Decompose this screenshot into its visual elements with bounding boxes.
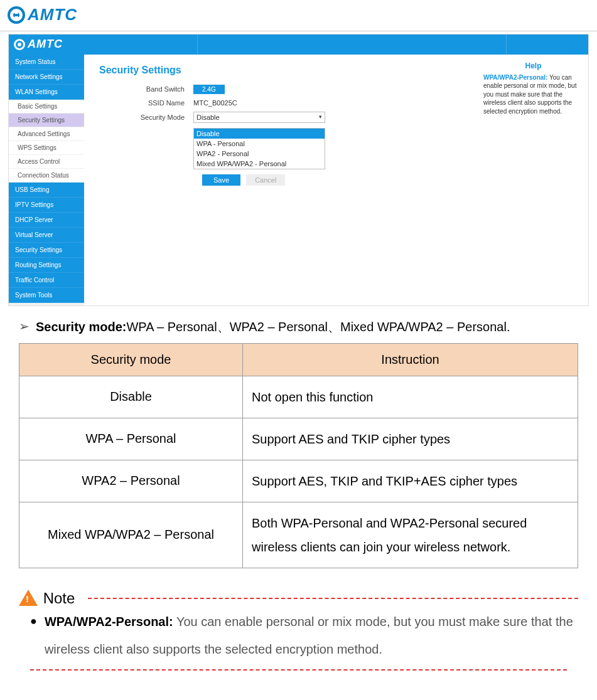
sidebar-subitem[interactable]: Advanced Settings [9, 127, 84, 141]
note-heading: Note [19, 588, 578, 600]
security-mode-select[interactable]: Disable [193, 112, 325, 123]
sidebar-item[interactable]: Routing Settings [9, 258, 84, 273]
router-header: AMTC [9, 34, 588, 55]
sidebar-subitem[interactable]: Connection Status [9, 169, 84, 183]
table-header: Instruction [243, 343, 578, 376]
sidebar-item[interactable]: Virtual Server [9, 228, 84, 243]
table-cell: Both WPA-Personal and WPA2-Personal secu… [243, 502, 578, 568]
router-ui: AMTC System Status Network Settings WLAN… [8, 34, 589, 306]
router-header-spacer [197, 34, 507, 55]
dropdown-option[interactable]: WPA2 - Personal [194, 149, 325, 159]
dashed-line [88, 598, 578, 599]
amtc-logo-icon [14, 39, 25, 50]
router-header-right [507, 34, 588, 55]
table-row: WPA – Personal Support AES and TKIP ciph… [19, 418, 578, 460]
band-label: Band Switch [99, 85, 193, 93]
sidebar-item[interactable]: Network Settings [9, 70, 84, 85]
security-mode-label: Security Mode [99, 114, 193, 121]
note-label: Note [43, 589, 75, 606]
table-cell: Mixed WPA/WPA2 – Personal [19, 502, 243, 568]
ssid-value: MTC_B0025C [193, 99, 237, 107]
sidebar-subitem[interactable]: WPS Settings [9, 141, 84, 155]
sidebar: System Status Network Settings WLAN Sett… [9, 55, 84, 305]
amtc-logo-text: AMTC [28, 5, 77, 24]
ssid-label: SSID Name [99, 99, 193, 107]
table-cell: Disable [19, 376, 243, 418]
table-row: Mixed WPA/WPA2 – Personal Both WPA-Perso… [19, 502, 578, 568]
sidebar-item[interactable]: Traffic Control [9, 273, 84, 288]
sidebar-item[interactable]: WLAN Settings [9, 85, 84, 100]
note-item: ● WPA/WPA2-Personal: You can enable pers… [30, 608, 578, 663]
bullet-icon: ● [30, 608, 37, 663]
table-row: WPA2 – Personal Support AES, TKIP and TK… [19, 460, 578, 502]
help-panel: Help WPA/WPA2-Personal: You can enable p… [478, 55, 588, 305]
security-mode-selected: Disable [196, 114, 220, 121]
sidebar-item[interactable]: System Tools [9, 288, 84, 303]
sidebar-subitem[interactable]: Basic Settings [9, 100, 84, 114]
table-cell: Support AES and TKIP cipher types [243, 418, 578, 460]
dropdown-option[interactable]: Disable [194, 129, 325, 139]
table-cell: Not open this function [243, 376, 578, 418]
help-body: WPA/WPA2-Personal: You can enable person… [483, 73, 583, 116]
note-strong: WPA/WPA2-Personal: [45, 615, 173, 628]
table-cell: WPA – Personal [19, 418, 243, 460]
sidebar-subitem[interactable]: Access Control [9, 155, 84, 169]
sidebar-item[interactable]: USB Setting [9, 183, 84, 198]
help-title: Help [483, 61, 583, 71]
save-button[interactable]: Save [202, 174, 240, 186]
table-header: Security mode [19, 343, 243, 376]
sidebar-item[interactable]: Security Settings [9, 243, 84, 258]
amtc-logo: AMTC [8, 5, 77, 24]
heading-rest: WPA – Personal、WPA2 – Personal、Mixed WPA… [126, 320, 510, 334]
band-switch-button[interactable]: 2.4G [193, 85, 225, 94]
security-mode-dropdown[interactable]: Disable WPA - Personal WPA2 - Personal M… [193, 128, 325, 169]
security-mode-table: Security mode Instruction Disable Not op… [19, 343, 578, 568]
arrow-icon: ➢ [19, 319, 30, 334]
dashed-line [30, 669, 567, 671]
sidebar-item[interactable]: DHCP Server [9, 213, 84, 228]
router-header-logo: AMTC [9, 34, 197, 55]
security-mode-heading: ➢ Security mode:WPA – Personal、WPA2 – Pe… [19, 319, 578, 336]
help-strong: WPA/WPA2-Personal: [483, 74, 547, 81]
dropdown-option[interactable]: Mixed WPA/WPA2 - Personal [194, 159, 325, 169]
document-body: ➢ Security mode:WPA – Personal、WPA2 – Pe… [0, 319, 597, 671]
table-row: Disable Not open this function [19, 376, 578, 418]
page-title: Security Settings [99, 65, 463, 76]
dropdown-option[interactable]: WPA - Personal [194, 139, 325, 149]
amtc-logo-text: AMTC [28, 38, 63, 51]
sidebar-item[interactable]: System Status [9, 55, 84, 70]
sidebar-subitem-active[interactable]: Security Settings [9, 114, 84, 127]
cancel-button[interactable]: Cancel [246, 174, 285, 186]
heading-label: Security mode: [36, 320, 126, 334]
router-main: Security Settings Band Switch 2.4G SSID … [84, 55, 478, 305]
table-cell: WPA2 – Personal [19, 460, 243, 502]
warning-icon [19, 590, 38, 606]
amtc-logo-icon [8, 6, 25, 24]
page-header: AMTC [0, 0, 597, 31]
sidebar-item[interactable]: IPTV Settings [9, 198, 84, 213]
table-cell: Support AES, TKIP and TKIP+AES cipher ty… [243, 460, 578, 502]
